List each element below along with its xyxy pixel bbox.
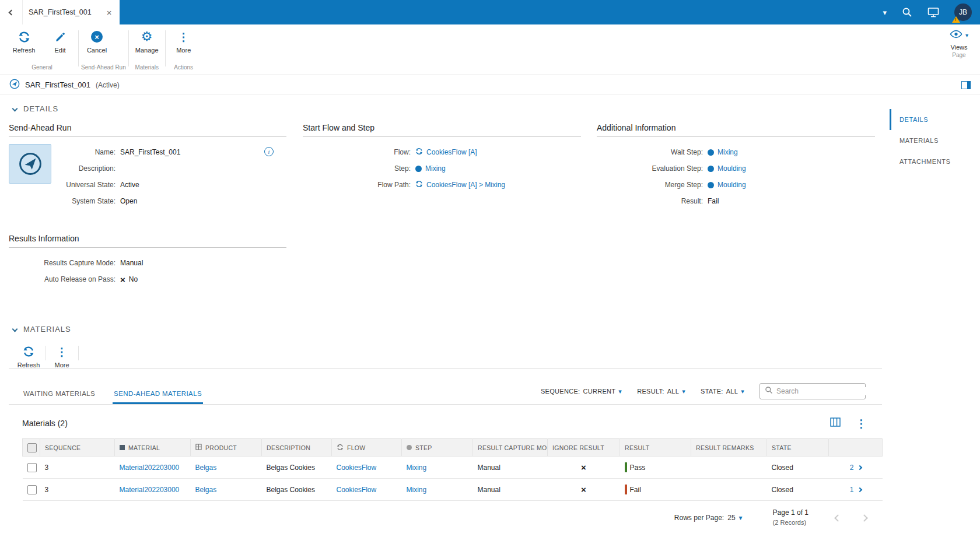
previous-page-button[interactable] [834,514,842,522]
flow-link[interactable]: CookiesFlow [A] [426,148,477,156]
topbar-actions: ▾ JB ! [883,3,980,21]
column-header[interactable]: FLOW [347,444,366,451]
field-value: Manual [120,259,143,267]
column-header[interactable]: DESCRIPTION [267,444,310,451]
cell-description: Belgas Cookies [262,457,332,479]
material-link[interactable]: Material202203000 [120,464,180,472]
nav-details[interactable]: DETAILS [890,109,980,130]
flow-link[interactable]: CookiesFlow [337,486,377,494]
info-icon[interactable]: i [264,147,274,156]
column-header[interactable]: STEP [415,444,432,451]
cancel-button[interactable]: × Cancel [79,24,115,63]
flow-path-link[interactable]: CookiesFlow [A] > Mixing [426,181,505,189]
table-header-row: SEQUENCE MATERIAL PRODUCT DESCRIPTION FL… [23,439,883,457]
wait-step-link[interactable]: Mixing [718,148,738,156]
column-header[interactable]: PRODUCT [205,444,237,451]
field-result: Result: Fail [597,193,875,209]
page-info: Page 1 of 1 [773,508,808,518]
filter-label: RESULT: [637,388,664,395]
document-tab[interactable]: SAR_FirstTest_001 × [22,0,120,24]
filter-result[interactable]: RESULT: ALL ▾ [637,388,685,395]
row-checkbox[interactable] [27,485,37,494]
more-label: More [54,362,69,368]
product-link[interactable]: Belgas [195,486,217,494]
chevron-right-icon [857,465,862,469]
field-wait-step: Wait Step: Mixing [597,144,875,160]
product-link[interactable]: Belgas [195,464,217,472]
send-ahead-run-icon [9,79,20,92]
step-link[interactable]: Mixing [407,464,427,472]
columns-icon[interactable] [830,417,841,429]
eye-icon [950,30,963,41]
refresh-label: Refresh [13,47,36,54]
column-header[interactable]: RESULT REMARKS [696,444,754,451]
rows-per-page-select[interactable]: Rows per Page:25 ▾ [674,514,743,522]
details-section-header[interactable]: DETAILS [9,102,882,115]
side-panel-icon[interactable] [961,81,971,89]
column-header[interactable]: RESULT [625,444,649,451]
flow-link[interactable]: CookiesFlow [337,464,377,472]
refresh-label: Refresh [18,362,40,368]
edit-button[interactable]: Edit [42,24,78,63]
close-icon[interactable]: × [107,8,112,17]
tab-send-ahead-materials[interactable]: SEND-AHEAD MATERIALS [113,385,203,404]
column-header[interactable]: STATE [772,444,792,451]
evaluation-step-link[interactable]: Moulding [718,164,746,173]
table-row[interactable]: 3 Material202203000 Belgas Belgas Cookie… [23,479,883,501]
nav-materials[interactable]: MATERIALS [890,130,980,151]
monitor-icon[interactable] [928,7,939,17]
filter-value: ALL [726,388,738,395]
more-button[interactable]: ⋮ More [166,24,202,63]
warning-icon: ! [952,16,960,23]
manage-button[interactable]: ⚙ Manage [129,24,165,63]
result-indicator [625,485,627,494]
nav-attachments[interactable]: ATTACHMENTS [890,151,980,172]
filter-sequence[interactable]: SEQUENCE: CURRENT ▾ [541,388,622,395]
step-link[interactable]: Mixing [425,164,446,173]
views-button[interactable]: ▾ Views [944,24,974,51]
rows-per-page-value: 25 [727,514,735,522]
back-button[interactable] [0,0,22,24]
chevron-down-icon[interactable]: ▾ [883,8,887,17]
column-header[interactable]: IGNORE RESULT [552,444,604,451]
materials-tabs-row: WAITING MATERIALS SEND-AHEAD MATERIALS S… [9,383,882,405]
toolbar-group-page: ▾ Views Page [944,24,974,75]
column-header[interactable]: SEQUENCE [45,444,80,451]
row-checkbox[interactable] [27,463,37,472]
search-icon[interactable] [902,7,912,17]
cell-sequence: 3 [40,479,115,501]
chevron-right-icon [857,487,862,492]
flow-icon [415,148,423,157]
filter-state[interactable]: STATE: ALL ▾ [701,388,744,395]
merge-step-link[interactable]: Moulding [718,181,746,189]
materials-section-header[interactable]: MATERIALS [9,322,882,335]
refresh-button[interactable]: Refresh [6,24,42,63]
cell-result: Fail [630,486,641,494]
column-header[interactable]: MATERIAL [128,444,160,451]
select-all-checkbox[interactable] [27,443,37,452]
next-page-button[interactable] [860,514,868,522]
tab-waiting-materials[interactable]: WAITING MATERIALS [22,385,96,404]
app-window: SAR_FirstTest_001 × ▾ JB ! [0,0,980,544]
toolbar-group-label: General [6,63,78,75]
materials-more-button[interactable]: ⋮ More [46,340,78,368]
kebab-icon[interactable]: ⋮ [856,418,867,429]
filter-value: ALL [667,388,679,395]
materials-refresh-button[interactable]: Refresh [12,340,45,368]
field-label: Wait Step: [597,148,703,156]
search-input[interactable] [776,387,867,395]
step-icon [708,182,714,188]
field-value: No [129,275,138,283]
field-label: System State: [57,197,116,205]
field-label: Merge Step: [597,181,703,189]
table-row[interactable]: 3 Material202203000 Belgas Belgas Cookie… [23,457,883,479]
material-link[interactable]: Material202203000 [120,486,180,494]
toolbar-group-label: Materials [129,63,165,75]
column-header[interactable]: RESULT CAPTURE MOD [478,444,548,451]
filter-value: CURRENT [583,388,615,395]
open-row-link[interactable]: 2 [850,464,862,472]
open-row-link[interactable]: 1 [850,486,862,494]
avatar[interactable]: JB ! [954,3,972,21]
step-link[interactable]: Mixing [407,486,427,494]
cell-result-capture-mode: Manual [473,479,548,501]
